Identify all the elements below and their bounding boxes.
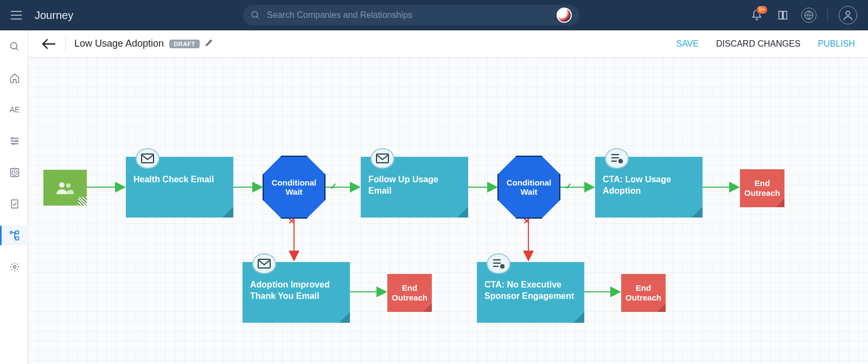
journey-title: Low Usage Adoption	[74, 38, 164, 49]
svg-rect-29	[258, 259, 270, 268]
cta-list-icon	[605, 148, 629, 169]
notification-bell-icon[interactable]: 9+	[749, 8, 764, 23]
step-title: CTA: Low Usage Adoption	[603, 175, 671, 195]
content: Low Usage Adoption DRAFT SAVE DISCARD CH…	[28, 30, 868, 364]
publish-button[interactable]: PUBLISH	[818, 39, 855, 49]
svg-point-13	[14, 266, 16, 269]
save-button[interactable]: SAVE	[676, 39, 699, 49]
search-icon	[251, 10, 260, 20]
svg-rect-11	[16, 231, 19, 234]
sub-left: Low Usage Adoption DRAFT	[41, 36, 214, 52]
sub-right: SAVE DISCARD CHANGES PUBLISH	[676, 39, 855, 49]
notification-badge: 9+	[756, 5, 768, 14]
end-outreach-1[interactable]: End Outreach	[740, 169, 784, 207]
email-icon	[371, 148, 394, 169]
svg-point-2	[846, 11, 850, 15]
step-title: Follow Up Usage Email	[368, 175, 438, 195]
svg-point-5	[16, 140, 17, 142]
sub-divider	[65, 37, 66, 50]
svg-rect-12	[16, 237, 19, 240]
cond-label: Conditional Wait	[499, 178, 559, 196]
step-thank-you-email[interactable]: Adoption Improved Thank You Email	[242, 262, 350, 323]
nav-sliders-icon[interactable]	[4, 131, 24, 151]
step-health-check-email[interactable]: Health Check Email	[126, 157, 233, 218]
app-title: Journey	[35, 9, 73, 22]
svg-point-0	[252, 11, 258, 17]
branch-yes-mark: ✓	[565, 181, 572, 191]
topbar-right: 9+	[749, 6, 857, 24]
step-follow-up-email[interactable]: Follow Up Usage Email	[361, 157, 468, 218]
step-title: Health Check Email	[133, 175, 214, 184]
nav-clock-icon[interactable]	[4, 163, 24, 182]
svg-point-24	[59, 182, 65, 188]
cta-list-icon	[487, 253, 510, 274]
journey-canvas[interactable]: ✓ ✕ ✓ ✕ Health Check Email Conditional W…	[28, 58, 868, 364]
nav-ae-item[interactable]: AE	[4, 100, 24, 119]
search-box[interactable]	[243, 5, 579, 25]
nav-clipboard-check-icon[interactable]	[4, 194, 24, 214]
svg-rect-26	[142, 154, 154, 163]
step-cta-low-usage[interactable]: CTA: Low Usage Adoption	[595, 157, 703, 218]
svg-point-6	[13, 143, 15, 144]
edit-pencil-icon[interactable]	[205, 38, 214, 49]
step-cta-no-exec-sponsor[interactable]: CTA: No Executive Sponsor Engagement	[477, 262, 584, 323]
nav-journey-icon[interactable]	[0, 226, 28, 245]
search-avatar-icon[interactable]	[557, 8, 572, 23]
globe-icon[interactable]	[801, 8, 816, 23]
user-avatar-icon[interactable]	[839, 6, 857, 24]
svg-point-3	[11, 43, 17, 49]
end-outreach-2[interactable]: End Outreach	[387, 274, 432, 312]
svg-point-4	[11, 137, 13, 139]
back-arrow-icon[interactable]	[41, 36, 56, 52]
email-icon	[136, 148, 159, 169]
status-badge: DRAFT	[169, 40, 200, 48]
svg-rect-27	[376, 154, 388, 163]
start-node[interactable]	[43, 170, 87, 206]
cond-label: Conditional Wait	[264, 178, 324, 196]
end-label: End Outreach	[740, 178, 784, 198]
end-label: End Outreach	[387, 283, 432, 303]
journey-title-group: Low Usage Adoption DRAFT	[74, 38, 214, 49]
step-title: CTA: No Executive Sponsor Engagement	[484, 280, 574, 301]
hamburger-menu-icon[interactable]	[7, 5, 26, 25]
conditional-wait-2[interactable]: Conditional Wait	[497, 156, 560, 219]
people-icon	[55, 180, 75, 195]
book-icon[interactable]	[775, 8, 790, 23]
email-icon	[252, 253, 276, 274]
nav-settings-gear-icon[interactable]	[4, 257, 24, 277]
nav-search-icon[interactable]	[4, 37, 24, 56]
left-nav: AE	[0, 30, 28, 364]
sub-bar: Low Usage Adoption DRAFT SAVE DISCARD CH…	[28, 30, 868, 58]
search-input[interactable]	[267, 10, 550, 20]
svg-point-10	[10, 232, 12, 234]
search-container	[73, 5, 749, 25]
svg-point-25	[66, 183, 71, 188]
svg-rect-9	[11, 200, 18, 208]
top-bar: Journey 9+	[0, 0, 868, 30]
step-title: Adoption Improved Thank You Email	[250, 280, 330, 301]
end-outreach-3[interactable]: End Outreach	[621, 274, 666, 312]
discard-button[interactable]: DISCARD CHANGES	[716, 39, 801, 49]
end-label: End Outreach	[621, 283, 666, 303]
branch-yes-mark: ✓	[330, 181, 337, 191]
nav-home-icon[interactable]	[4, 68, 24, 88]
topbar-divider	[827, 9, 828, 22]
